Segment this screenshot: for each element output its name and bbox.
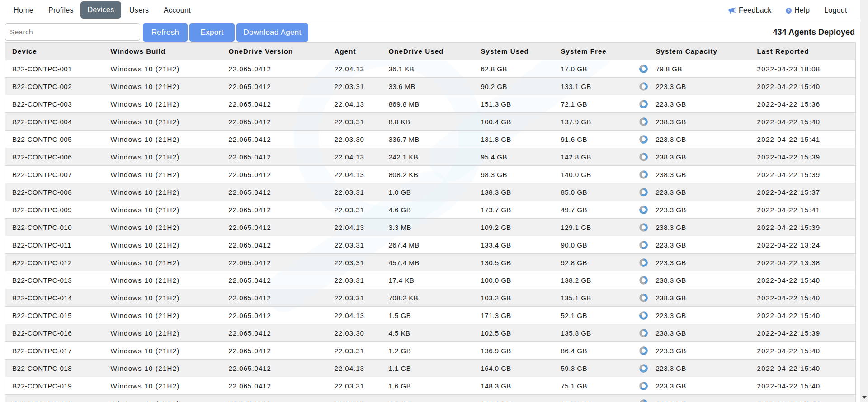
svg-text:?: ?	[788, 8, 790, 13]
